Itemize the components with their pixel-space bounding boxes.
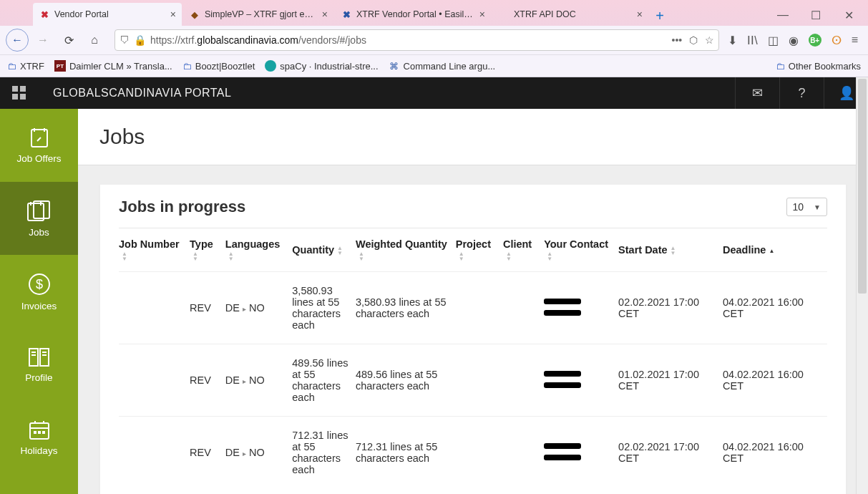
col-start-date[interactable]: Start Date▲▼ xyxy=(618,228,723,272)
jobs-card: Jobs in progress 10 ▼ Job Number▲▼ Type▲… xyxy=(99,184,847,494)
jobs-icon xyxy=(26,200,53,223)
app-topbar: GLOBALSCANDINAVIA PORTAL ✉ ? 👤 xyxy=(0,77,868,109)
sidebar-item-label: Jobs xyxy=(29,227,49,238)
table-row[interactable]: REV DE▸NO 712.31 lines at 55 characters … xyxy=(119,417,827,489)
meatballs-icon[interactable]: ••• xyxy=(671,34,682,46)
library-icon[interactable]: ⅠⅠ\ xyxy=(747,34,757,47)
url-input[interactable]: ⛉ 🔒 https://xtrf.globalscandinavia.com/v… xyxy=(114,29,719,51)
col-deadline[interactable]: Deadline▲ xyxy=(723,228,827,272)
home-button[interactable]: ⌂ xyxy=(83,29,106,52)
tab-simplevp[interactable]: ◆ SimpleVP – XTRF gjort enkelt! | × xyxy=(183,3,333,26)
favicon: ⌘ xyxy=(389,60,400,72)
col-quantity[interactable]: Quantity▲▼ xyxy=(292,228,356,272)
bookmark-cmdline[interactable]: ⌘Command Line argu... xyxy=(389,60,496,72)
app-title: GLOBALSCANDINAVIA PORTAL xyxy=(53,87,231,100)
tab-label: Vendor Portal xyxy=(54,9,165,19)
tab-favicon xyxy=(498,9,509,20)
toolbar-icons: ⬇ ⅠⅠ\ ◫ ◉ B+ ⵙ ≡ xyxy=(728,34,862,47)
downloads-icon[interactable]: ⬇ xyxy=(728,34,737,47)
page-size-select[interactable]: 10 ▼ xyxy=(786,198,827,216)
sidebar-item-invoices[interactable]: $ Invoices xyxy=(0,255,78,328)
sidebar-item-job-offers[interactable]: Job Offers xyxy=(0,109,78,182)
tab-xtrf-api[interactable]: XTRF API DOC × xyxy=(492,3,648,26)
apps-icon[interactable] xyxy=(0,86,39,100)
new-tab-button[interactable]: + xyxy=(650,6,670,26)
lock-icon: 🔒 xyxy=(134,34,146,46)
vertical-scrollbar[interactable] xyxy=(856,77,868,494)
cell-quantity: 712.31 lines at 55 characters each xyxy=(292,417,356,489)
sidebar-item-label: Holidays xyxy=(21,445,58,456)
sidebar-item-profile[interactable]: Profile xyxy=(0,328,78,401)
folder-icon: 🗀 xyxy=(182,61,192,72)
favicon: PT xyxy=(54,60,66,72)
card-heading: Jobs in progress xyxy=(119,198,245,216)
menu-icon[interactable]: ≡ xyxy=(852,34,858,47)
sidebar-item-label: Invoices xyxy=(21,301,57,311)
help-button[interactable]: ? xyxy=(779,77,824,109)
browser-chrome: ✖ Vendor Portal × ◆ SimpleVP – XTRF gjor… xyxy=(0,0,868,77)
sidebar-icon[interactable]: ◫ xyxy=(768,34,779,47)
extension-badge[interactable]: B+ xyxy=(809,34,821,47)
content-area: Jobs Jobs in progress 10 ▼ Job Number▲▼ … xyxy=(78,109,868,494)
account-icon[interactable]: ◉ xyxy=(789,34,799,47)
cell-contact xyxy=(544,272,618,344)
chevron-down-icon: ▼ xyxy=(814,203,821,211)
page-size-value: 10 xyxy=(793,201,804,213)
sidebar-item-jobs[interactable]: Jobs xyxy=(0,182,78,255)
cell-deadline: 04.02.2021 16:00 CET xyxy=(723,344,827,417)
close-icon[interactable]: × xyxy=(322,9,328,19)
cell-quantity: 3,580.93 lines at 55 characters each xyxy=(292,272,356,344)
col-languages[interactable]: Languages▲▼ xyxy=(225,228,292,272)
joboffers-icon xyxy=(27,127,52,149)
mail-button[interactable]: ✉ xyxy=(735,77,779,109)
svg-rect-2 xyxy=(12,94,18,100)
maximize-button[interactable]: ☐ xyxy=(799,4,832,26)
cell-start: 02.02.2021 17:00 CET xyxy=(618,272,723,344)
col-weighted-quantity[interactable]: Weighted Quantity▲▼ xyxy=(356,228,456,272)
bookmark-xtrf[interactable]: 🗀XTRF xyxy=(7,61,44,72)
svg-text:$: $ xyxy=(35,277,42,291)
address-bar: ← → ⟳ ⌂ ⛉ 🔒 https://xtrf.globalscandinav… xyxy=(0,26,868,54)
back-button[interactable]: ← xyxy=(6,29,29,52)
forward-button[interactable]: → xyxy=(31,29,54,52)
folder-icon: 🗀 xyxy=(7,61,16,72)
close-window-button[interactable]: ✕ xyxy=(832,4,865,26)
cell-type: REV xyxy=(190,272,225,344)
cell-weighted: 712.31 lines at 55 characters each xyxy=(356,417,456,489)
profile-icon xyxy=(27,347,52,368)
tab-vendor-portal[interactable]: ✖ Vendor Portal × xyxy=(33,3,182,26)
tab-strip: ✖ Vendor Portal × ◆ SimpleVP – XTRF gjor… xyxy=(0,0,868,26)
bookmark-daimler[interactable]: PTDaimler CLM » Transla... xyxy=(54,60,172,72)
cell-contact xyxy=(544,417,618,489)
star-icon[interactable]: ☆ xyxy=(705,34,714,46)
close-icon[interactable]: × xyxy=(170,9,176,19)
reload-button[interactable]: ⟳ xyxy=(57,29,80,52)
col-project[interactable]: Project▲▼ xyxy=(456,228,503,272)
col-your-contact[interactable]: Your Contact▲▼ xyxy=(544,228,618,272)
table-header-row: Job Number▲▼ Type▲▼ Languages▲▼ Quantity… xyxy=(119,228,827,272)
tab-label: XTRF API DOC xyxy=(514,9,631,19)
shield-icon: ⛉ xyxy=(120,34,130,46)
minimize-button[interactable]: — xyxy=(766,4,799,26)
jobs-table: Job Number▲▼ Type▲▼ Languages▲▼ Quantity… xyxy=(119,228,827,488)
bookmark-spacy[interactable]: spaCy · Industrial-stre... xyxy=(265,60,378,72)
table-row[interactable]: REV DE▸NO 3,580.93 lines at 55 character… xyxy=(119,272,827,344)
invoices-icon: $ xyxy=(27,272,52,296)
other-bookmarks[interactable]: 🗀Other Bookmarks xyxy=(776,61,861,72)
col-client[interactable]: Client▲▼ xyxy=(503,228,544,272)
sidebar-item-holidays[interactable]: Holidays xyxy=(0,401,78,474)
bookmark-boozt[interactable]: 🗀Boozt|Booztlet xyxy=(182,61,255,72)
tab-label: XTRF Vendor Portal • Easily man xyxy=(356,9,474,19)
col-type[interactable]: Type▲▼ xyxy=(190,228,225,272)
col-job-number[interactable]: Job Number▲▼ xyxy=(119,228,190,272)
close-icon[interactable]: × xyxy=(479,9,485,19)
tab-xtrf-portal[interactable]: ✖ XTRF Vendor Portal • Easily man × xyxy=(335,3,491,26)
pocket-icon[interactable]: ⬡ xyxy=(689,34,698,46)
url-text: https://xtrf.globalscandinavia.com/vendo… xyxy=(150,34,665,46)
table-row[interactable]: REV DE▸NO 489.56 lines at 55 characters … xyxy=(119,344,827,417)
close-icon[interactable]: × xyxy=(637,9,643,19)
sidebar-item-label: Job Offers xyxy=(16,153,61,164)
svg-rect-10 xyxy=(40,349,49,366)
rss-icon[interactable]: ⵙ xyxy=(832,34,842,47)
scrollbar-thumb[interactable] xyxy=(858,79,867,294)
